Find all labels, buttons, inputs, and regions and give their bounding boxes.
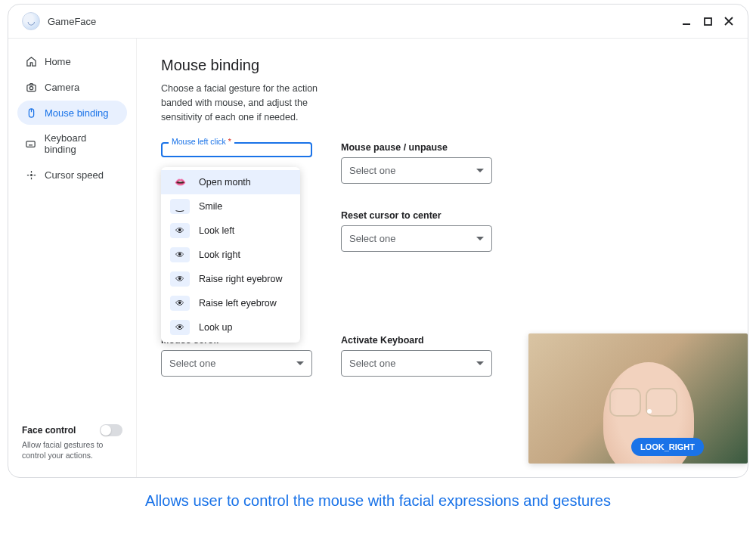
face-control-section: Face control Allow facial gestures to co… (13, 418, 132, 467)
nav-list: Home Camera Mouse binding (13, 49, 132, 418)
main-content: Mouse binding Choose a facial gesture fo… (137, 39, 748, 477)
camera-icon (25, 81, 37, 93)
sidebar-item-label: Mouse binding (45, 107, 109, 119)
svg-rect-2 (26, 85, 35, 91)
binding-activate-keyboard: Activate Keyboard Select one (341, 335, 492, 377)
dropdown-option-label: Open month (199, 177, 251, 188)
dropdown-option[interactable]: 👁Look right (161, 243, 300, 267)
face-control-description: Allow facial gestures to control your ac… (22, 439, 122, 461)
sidebar-item-cursor-speed[interactable]: Cursor speed (17, 163, 127, 187)
sidebar-item-mouse-binding[interactable]: Mouse binding (17, 101, 127, 125)
binding-label: Activate Keyboard (341, 335, 492, 346)
dropdown-option-label: Smile (199, 201, 222, 212)
mouse-icon (25, 107, 37, 119)
sidebar-item-label: Cursor speed (45, 169, 104, 181)
chevron-down-icon (476, 361, 484, 365)
gesture-icon: 👁 (170, 320, 190, 335)
svg-point-3 (29, 86, 33, 89)
select-reset-cursor[interactable]: Select one (341, 225, 492, 252)
page-title: Mouse binding (161, 57, 723, 74)
camera-preview: LOOK_RIGHT (528, 333, 748, 464)
gesture-icon: ‿ (170, 199, 190, 214)
select-placeholder: Select one (349, 233, 395, 244)
select-mouse-scroll[interactable]: Select one (161, 350, 312, 377)
dropdown-option-label: Look left (199, 225, 234, 236)
home-icon (25, 55, 37, 67)
dropdown-option-label: Look up (199, 322, 232, 333)
svg-rect-1 (705, 18, 711, 25)
gesture-icon: 👁 (170, 223, 190, 238)
dropdown-option[interactable]: ‿Smile (161, 194, 300, 219)
dropdown-option[interactable]: 👁Look up (161, 315, 300, 340)
app-title: GameFace (48, 16, 96, 27)
sidebar-item-keyboard-binding[interactable]: Keyboard binding (17, 126, 127, 161)
binding-label: Reset cursor to center (341, 210, 492, 221)
binding-reset-cursor: Reset cursor to center Select one (341, 210, 492, 252)
svg-point-11 (30, 174, 32, 175)
gesture-dropdown: 👄Open month‿Smile👁Look left👁Look right👁R… (161, 167, 300, 343)
binding-label: Mouse pause / unpause (341, 142, 492, 153)
select-activate-keyboard[interactable]: Select one (341, 350, 492, 377)
dropdown-option-label: Raise right eyebrow (199, 274, 282, 284)
select-placeholder: Select one (349, 358, 395, 369)
window-controls (681, 16, 734, 26)
dropdown-option[interactable]: 👄Open month (161, 170, 300, 194)
face-control-toggle[interactable] (100, 424, 122, 436)
minimize-button[interactable] (681, 16, 692, 26)
cursor-speed-icon (25, 169, 37, 181)
gesture-badge: LOOK_RIGHT (631, 438, 704, 456)
gesture-icon: 👄 (170, 175, 190, 190)
sidebar-item-label: Keyboard binding (45, 132, 119, 155)
svg-rect-0 (683, 23, 690, 25)
app-logo-icon: ◡ (22, 12, 40, 30)
app-window: ◡ GameFace Home (8, 4, 748, 478)
titlebar: ◡ GameFace (8, 5, 748, 39)
select-placeholder: Select one (349, 165, 395, 176)
tracking-dot-icon (647, 409, 652, 414)
svg-rect-6 (26, 141, 35, 147)
dropdown-option[interactable]: 👁Raise left eyebrow (161, 291, 300, 315)
dropdown-option-label: Raise left eyebrow (199, 298, 277, 309)
sidebar-item-home[interactable]: Home (17, 49, 127, 73)
gesture-icon: 👁 (170, 296, 190, 311)
page-description: Choose a facial gesture for the action b… (161, 82, 350, 124)
caption: Allows user to control the mouse with fa… (8, 490, 748, 511)
binding-mouse-pause: Mouse pause / unpause Select one (341, 142, 492, 184)
face-control-label: Face control (22, 425, 76, 436)
gesture-icon: 👁 (170, 247, 190, 262)
chevron-down-icon (296, 361, 304, 365)
floating-label: Mouse left click * (169, 137, 234, 146)
chevron-down-icon (476, 237, 484, 240)
chevron-down-icon (476, 169, 484, 172)
dropdown-option[interactable]: 👁Look left (161, 219, 300, 243)
dropdown-option[interactable]: 👁Raise right eyebrow (161, 267, 300, 291)
select-placeholder: Select one (169, 358, 215, 369)
binding-mouse-left-click: Mouse left click * 👄Open month‿Smile👁Loo… (161, 142, 312, 263)
close-button[interactable] (723, 16, 734, 26)
sidebar: Home Camera Mouse binding (8, 39, 137, 477)
select-mouse-pause[interactable]: Select one (341, 157, 492, 184)
sidebar-item-camera[interactable]: Camera (17, 75, 127, 99)
maximize-button[interactable] (702, 16, 713, 26)
gesture-icon: 👁 (170, 271, 190, 287)
keyboard-icon (25, 138, 37, 150)
dropdown-option-label: Look right (199, 250, 240, 260)
sidebar-item-label: Home (45, 56, 71, 67)
sidebar-item-label: Camera (45, 82, 79, 93)
